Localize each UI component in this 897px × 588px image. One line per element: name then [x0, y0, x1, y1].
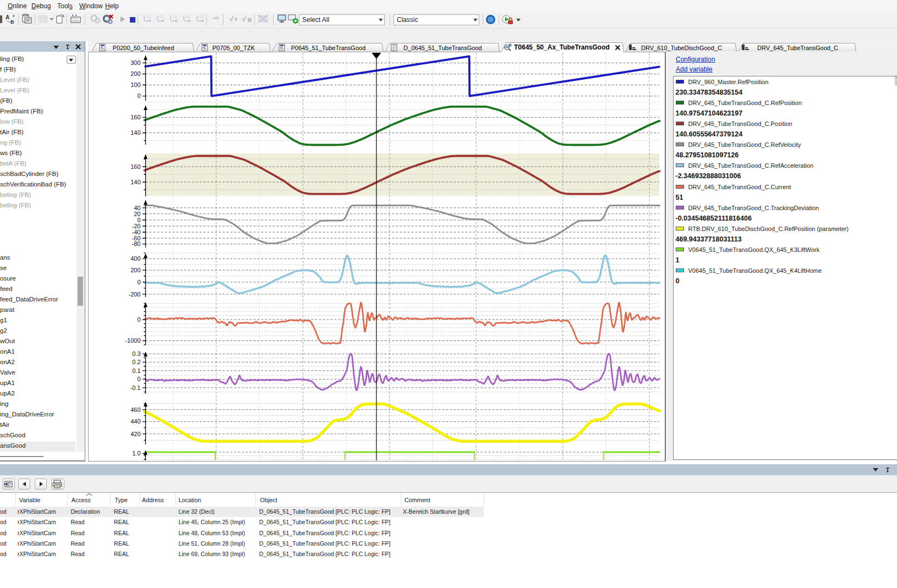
svg-text:-0.1: -0.1: [130, 384, 141, 391]
svg-text:440: 440: [130, 418, 140, 425]
svg-text:100: 100: [130, 81, 140, 88]
svg-text:1.0: 1.0: [132, 450, 140, 457]
svg-text:400: 400: [130, 255, 140, 262]
svg-text:460: 460: [130, 406, 140, 413]
svg-text:140: 140: [130, 129, 140, 136]
svg-text:0.1: 0.1: [132, 367, 140, 374]
svg-text:20: 20: [134, 211, 140, 217]
svg-text:300: 300: [130, 59, 140, 66]
svg-text:-1000: -1000: [125, 337, 140, 344]
svg-text:420: 420: [130, 431, 140, 437]
svg-text:-200: -200: [128, 291, 140, 298]
svg-text:140: 140: [130, 179, 140, 185]
svg-text:-80: -80: [132, 240, 141, 247]
svg-text:160: 160: [130, 114, 140, 120]
svg-text:200: 200: [130, 267, 140, 273]
svg-text:B: B: [10, 19, 14, 25]
svg-text:0: 0: [137, 279, 140, 285]
svg-text:0: 0: [137, 316, 140, 323]
svg-text:0: 0: [137, 92, 140, 99]
svg-text:160: 160: [130, 163, 140, 170]
svg-text:0: 0: [137, 376, 140, 382]
svg-text:A: A: [6, 14, 9, 20]
svg-text:0.2: 0.2: [132, 359, 140, 365]
svg-text:0.3: 0.3: [132, 350, 140, 357]
svg-text:200: 200: [130, 70, 140, 77]
